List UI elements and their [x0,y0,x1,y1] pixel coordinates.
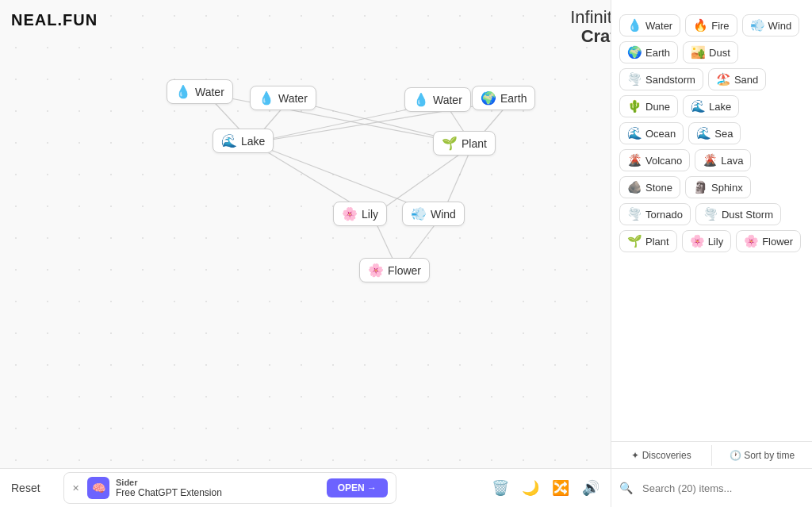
sidebar-icon-4: 🏜️ [691,45,706,60]
sidebar-label-7: Dune [645,101,670,113]
sidebar-label-11: Volcano [645,155,682,167]
reset-button[interactable]: Reset [11,482,40,494]
logo: NEAL.FUN [11,11,98,29]
sidebar-icon-8: 🌊 [691,99,706,113]
sidebar-label-4: Dust [709,47,730,59]
sidebar: 💧Water🔥Fire💨Wind🌍Earth🏜️Dust🌪️Sandstorm🏖… [611,0,812,468]
sidebar-chip-volcano[interactable]: 🌋Volcano [619,149,690,171]
sidebar-chip-lake[interactable]: 🌊Lake [683,95,739,117]
ad-text: Sider Free ChatGPT Extension [116,478,320,498]
canvas-chip-fl1[interactable]: 🌸Flower [359,258,430,282]
sidebar-icon-6: 🏖️ [716,72,731,86]
search-input[interactable] [633,482,812,494]
canvas: 💧Water💧Water💧Water🌍Earth🌊Lake🌱Plant🌸Lily… [0,0,611,468]
sidebar-chip-lava[interactable]: 🌋Lava [695,149,751,171]
canvas-chip-e1[interactable]: 🌍Earth [472,86,535,110]
bottom-icons: 🗑️ 🌙 🔀 🔊 [492,479,599,497]
sidebar-icon-18: 🌸 [690,234,705,248]
sidebar-chip-sand[interactable]: 🏖️Sand [708,68,766,90]
chip-icon-li1: 🌸 [342,206,358,221]
chip-label-w1: Water [195,86,224,98]
chip-icon-w2: 💧 [259,90,274,106]
canvas-chip-li1[interactable]: 🌸Lily [333,202,387,226]
sidebar-tabs: ✦ Discoveries 🕐 Sort by time [611,441,812,468]
sidebar-icon-17: 🌱 [627,234,642,248]
sidebar-label-14: Sphinx [711,182,743,194]
chip-icon-fl1: 🌸 [368,263,384,278]
chip-icon-pl1: 🌱 [442,136,458,151]
moon-icon[interactable]: 🌙 [522,479,539,497]
canvas-chip-lk1[interactable]: 🌊Lake [213,129,274,153]
sidebar-chip-lily[interactable]: 🌸Lily [682,230,732,252]
sidebar-label-12: Lava [721,155,743,167]
sidebar-chip-wind[interactable]: 💨Wind [742,14,800,36]
discoveries-tab[interactable]: ✦ Discoveries [611,445,712,466]
sidebar-icon-5: 🌪️ [627,72,642,86]
sidebar-label-1: Fire [711,20,729,32]
ad-open-button[interactable]: OPEN → [327,478,388,497]
sidebar-icon-11: 🌋 [627,153,642,167]
sidebar-chip-water[interactable]: 💧Water [619,14,680,36]
trash-icon[interactable]: 🗑️ [492,479,509,497]
sidebar-label-9: Ocean [645,128,676,140]
canvas-chip-pl1[interactable]: 🌱Plant [433,131,496,156]
sidebar-chip-sphinx[interactable]: 🗿Sphinx [685,176,751,198]
sidebar-chip-sea[interactable]: 🌊Sea [688,122,741,144]
chip-label-wi1: Wind [431,208,456,221]
sidebar-chip-flower[interactable]: 🌸Flower [736,230,801,252]
sidebar-chip-tornado[interactable]: 🌪️Tornado [619,203,691,225]
sidebar-chip-plant[interactable]: 🌱Plant [619,230,677,252]
sidebar-icon-19: 🌸 [744,234,759,248]
volume-icon[interactable]: 🔊 [582,479,599,497]
sidebar-chip-dune[interactable]: 🌵Dune [619,95,678,117]
sort-tab[interactable]: 🕐 Sort by time [712,445,812,466]
sidebar-label-5: Sandstorm [645,74,695,86]
ad-banner: ✕ 🧠 Sider Free ChatGPT Extension OPEN → [63,472,396,504]
chip-icon-e1: 🌍 [481,90,496,106]
sidebar-chip-stone[interactable]: 🪨Stone [619,176,680,198]
chip-icon-w1: 💧 [175,84,191,99]
canvas-chip-w3[interactable]: 💧Water [404,87,471,112]
sidebar-icon-1: 🔥 [693,18,708,33]
canvas-chip-wi1[interactable]: 💨Wind [402,202,465,226]
shuffle-icon[interactable]: 🔀 [552,479,569,497]
connection-lines [0,0,611,468]
sidebar-label-3: Earth [645,47,670,59]
chip-label-w3: Water [433,94,462,106]
sidebar-icon-3: 🌍 [627,45,642,60]
sidebar-chips: 💧Water🔥Fire💨Wind🌍Earth🏜️Dust🌪️Sandstorm🏖… [619,8,804,252]
canvas-chip-w2[interactable]: 💧Water [250,86,316,110]
ad-close-icon[interactable]: ✕ [72,483,79,494]
sidebar-chip-dust[interactable]: 🏜️Dust [683,41,738,63]
sidebar-label-8: Lake [709,101,731,113]
sidebar-icon-0: 💧 [627,18,642,33]
sidebar-label-19: Flower [762,236,793,248]
chip-label-lk1: Lake [241,135,265,148]
sidebar-label-6: Sand [734,74,758,86]
ad-logo: 🧠 [87,477,109,499]
sidebar-chip-fire[interactable]: 🔥Fire [685,14,737,36]
sidebar-chip-earth[interactable]: 🌍Earth [619,41,678,63]
sidebar-label-17: Plant [645,236,669,248]
sidebar-chip-dust-storm[interactable]: 🌪️Dust Storm [695,203,781,225]
sidebar-chip-sandstorm[interactable]: 🌪️Sandstorm [619,68,703,90]
sidebar-icon-2: 💨 [750,18,765,33]
canvas-chip-w1[interactable]: 💧Water [167,79,233,104]
search-icon: 🔍 [611,482,633,494]
sidebar-chip-ocean[interactable]: 🌊Ocean [619,122,684,144]
sidebar-icon-12: 🌋 [703,153,718,167]
sidebar-icon-16: 🌪️ [703,207,718,221]
chip-label-li1: Lily [362,208,378,221]
sidebar-label-13: Stone [645,182,672,194]
sidebar-icon-7: 🌵 [627,99,642,113]
chip-label-pl1: Plant [462,137,487,150]
ad-brand: Sider [116,478,320,487]
sidebar-icon-10: 🌊 [696,126,711,140]
sidebar-label-0: Water [645,20,672,32]
sidebar-icon-15: 🌪️ [627,207,642,221]
sidebar-label-2: Wind [768,20,792,32]
sidebar-label-18: Lily [708,236,724,248]
chip-label-e1: Earth [500,92,527,105]
sidebar-icon-14: 🗿 [693,180,708,194]
chip-icon-wi1: 💨 [411,206,427,221]
